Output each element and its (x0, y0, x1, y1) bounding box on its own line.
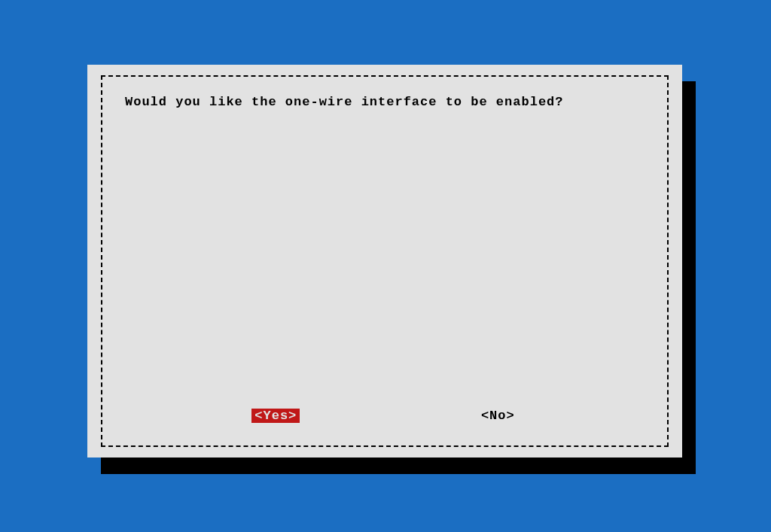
button-row: <Yes> <No> (102, 409, 667, 423)
dialog-message: Would you like the one-wire interface to… (125, 95, 645, 109)
yes-button[interactable]: <Yes> (251, 409, 300, 423)
no-button[interactable]: <No> (478, 409, 518, 423)
dialog-border: Would you like the one-wire interface to… (101, 75, 669, 447)
dialog-box: Would you like the one-wire interface to… (87, 65, 682, 458)
